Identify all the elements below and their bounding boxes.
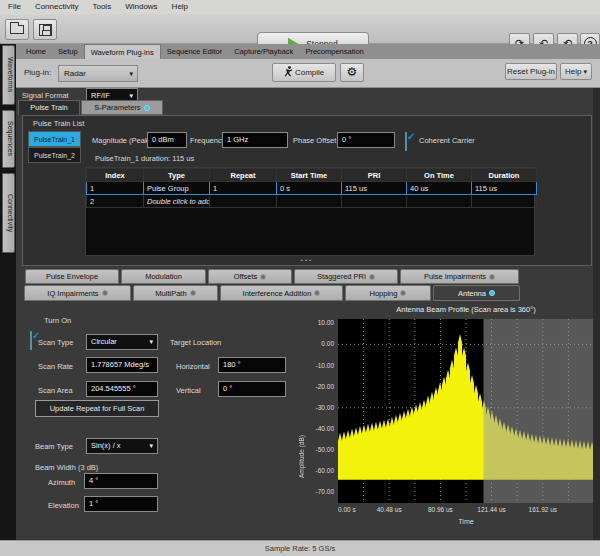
side-rail: WaveformsSequencesConnectivity	[0, 44, 16, 540]
tab-waveform-plug-ins[interactable]: Waveform Plug-ins	[84, 44, 161, 59]
tab-s-parameters[interactable]: S-Parameters	[81, 100, 163, 115]
feature-tab-label: Pulse Impairments	[424, 272, 486, 281]
chart-y-axis-label: Amplitude (dB)	[298, 358, 305, 478]
feature-tab-modulation[interactable]: Modulation	[121, 269, 206, 284]
main-tab-strip: HomeSetupWaveform Plug-insSequence Edito…	[16, 44, 600, 59]
feature-tab-antenna[interactable]: Antenna	[433, 285, 520, 301]
feature-tab-label: MultiPath	[155, 289, 186, 298]
tab-precompensation[interactable]: Precompensation	[299, 44, 369, 59]
feature-tab-label: Hopping	[370, 289, 398, 298]
save-button[interactable]	[33, 19, 57, 40]
status-bar: Sample Rate: 5 GS/s	[0, 540, 600, 556]
menu-file[interactable]: File	[2, 0, 27, 14]
scan-rate-label: Scan Rate	[38, 362, 73, 371]
scan-area-input[interactable]: 204.545555 °	[86, 381, 158, 397]
cell[interactable]: 115 us	[472, 182, 537, 195]
cell[interactable]	[407, 195, 472, 208]
cell[interactable]: 2	[87, 195, 144, 208]
feature-tab-interference-addition[interactable]: Interference Addition	[220, 285, 343, 301]
vertical-input[interactable]: 0 °	[218, 381, 286, 397]
tab-setup[interactable]: Setup	[52, 44, 84, 59]
compile-button[interactable]: Compile	[272, 63, 336, 82]
panel-splitter-handle[interactable]: •••	[285, 258, 329, 264]
tab-pulse-train[interactable]: Pulse Train	[18, 100, 80, 115]
chevron-down-icon	[149, 335, 153, 349]
reset-plugin-button[interactable]: Reset Plug-in	[505, 63, 557, 80]
enabled-indicator-icon	[144, 105, 150, 111]
feature-tab-multipath[interactable]: MultiPath	[133, 285, 218, 301]
side-tab-waveforms[interactable]: Waveforms	[2, 45, 15, 105]
cell[interactable]: 115 us	[342, 182, 407, 195]
x-tick-label: 121.44 us	[468, 506, 516, 513]
turn-on-checkbox[interactable]	[30, 331, 32, 350]
coherent-carrier-label: Coherent Carrier	[419, 136, 475, 145]
feature-tab-offsets[interactable]: Offsets	[208, 269, 292, 284]
enabled-indicator-icon	[102, 290, 108, 296]
cell[interactable]: Double click to add	[144, 195, 210, 208]
chevron-down-icon	[149, 439, 153, 453]
table-row[interactable]: 1Pulse Group10 s115 us40 us115 us	[87, 182, 537, 195]
enabled-indicator-icon	[489, 274, 495, 280]
cell[interactable]: 1	[87, 182, 144, 195]
scan-type-select[interactable]: Circular	[86, 334, 158, 350]
update-repeat-button[interactable]: Update Repeat for Full Scan	[35, 400, 159, 417]
cell[interactable]	[277, 195, 342, 208]
col-header-repeat: Repeat	[210, 169, 277, 182]
tab-capture-playback[interactable]: Capture/Playback	[228, 44, 299, 59]
pulse-table: IndexTypeRepeatStart TimePRIOn TimeDurat…	[86, 168, 537, 208]
beam-type-label: Beam Type	[35, 442, 73, 451]
cell[interactable]	[342, 195, 407, 208]
menu-windows[interactable]: Windows	[119, 0, 163, 14]
enabled-indicator-icon	[314, 290, 320, 296]
feature-tab-pulse-envelope[interactable]: Pulse Envelope	[25, 269, 119, 284]
save-icon	[39, 24, 52, 36]
target-location-label: Target Location	[170, 338, 221, 347]
magnitude-input[interactable]: 0 dBm	[147, 132, 187, 148]
duration-text: PulseTrain_1 duration: 115 us	[95, 154, 194, 163]
menu-tools[interactable]: Tools	[86, 0, 117, 14]
side-tab-sequences[interactable]: Sequences	[2, 110, 15, 168]
chevron-down-icon	[581, 67, 587, 76]
turn-on-label: Turn On	[44, 316, 71, 325]
plugin-select[interactable]: Radar	[58, 65, 138, 82]
elevation-input[interactable]: 1 °	[84, 496, 158, 512]
inactive-region-overlay	[484, 319, 595, 503]
open-file-button[interactable]	[5, 19, 29, 40]
cell[interactable]: 40 us	[407, 182, 472, 195]
menu-help[interactable]: Help	[166, 0, 194, 14]
pulse-train-item-pulsetrain-1[interactable]: PulseTrain_1	[28, 131, 81, 147]
menu-connectivity[interactable]: Connectivity	[29, 0, 85, 14]
azimuth-input[interactable]: 4 °	[84, 473, 158, 489]
plugin-help-button[interactable]: Help	[560, 63, 592, 80]
cell[interactable]: Pulse Group	[144, 182, 210, 195]
scan-rate-input[interactable]: 1.778657 Mdeg/s	[86, 357, 158, 373]
cell[interactable]	[210, 195, 277, 208]
horizontal-input[interactable]: 180 °	[218, 357, 286, 373]
azimuth-label: Azimuth	[48, 478, 75, 487]
chart-title: Antenna Beam Profile (Scan area is 360°)	[338, 305, 594, 314]
phase-offset-input[interactable]: 0 °	[337, 132, 395, 148]
cell[interactable]	[472, 195, 537, 208]
beam-profile-plot	[338, 319, 594, 503]
tab-sequence-editor[interactable]: Sequence Editor	[161, 44, 228, 59]
feature-tab-iq-impairments[interactable]: IQ Impairments	[24, 285, 131, 301]
window-edge	[593, 88, 600, 540]
compile-settings-button[interactable]	[340, 63, 364, 82]
x-tick-label: 40.48 us	[365, 506, 413, 513]
beam-type-select[interactable]: Sin(x) / x	[86, 438, 158, 454]
table-row[interactable]: 2Double click to add	[87, 195, 537, 208]
feature-tab-staggered-pri[interactable]: Staggered PRI	[294, 269, 398, 284]
cell[interactable]: 0 s	[277, 182, 342, 195]
col-header-start-time: Start Time	[277, 169, 342, 182]
scan-area-label: Scan Area	[38, 386, 73, 395]
frequency-input[interactable]: 1 GHz	[222, 132, 288, 148]
coherent-carrier-checkbox[interactable]	[405, 132, 407, 151]
side-tab-connectivity[interactable]: Connectivity	[2, 173, 15, 253]
feature-tab-hopping[interactable]: Hopping	[345, 285, 431, 301]
cell[interactable]: 1	[210, 182, 277, 195]
feature-tab-pulse-impairments[interactable]: Pulse Impairments	[400, 269, 519, 284]
tab-home[interactable]: Home	[20, 44, 52, 59]
pulse-train-item-pulsetrain-2[interactable]: PulseTrain_2	[28, 147, 81, 163]
feature-tab-label: Antenna	[458, 289, 486, 298]
enabled-indicator-icon	[369, 274, 375, 280]
